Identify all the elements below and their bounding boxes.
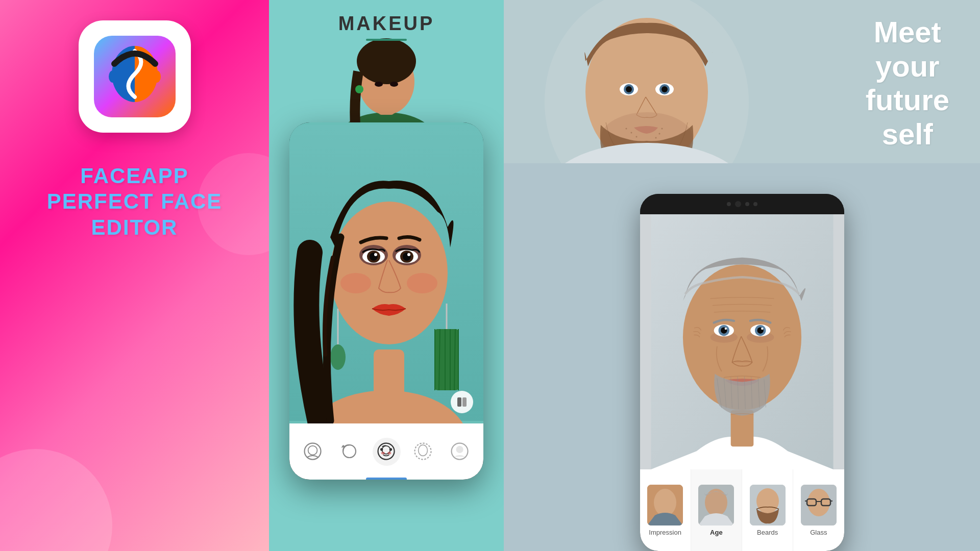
notch-dot-1 [727,202,731,206]
filter-item-age[interactable]: Age [691,469,742,551]
svg-point-78 [724,328,726,330]
svg-point-48 [415,443,431,460]
middle-panel: MAKEUP [269,0,504,551]
left-panel: FACEAPP PERFECT FACE EDITOR [0,0,269,551]
svg-point-20 [330,344,346,370]
svg-point-39 [308,446,317,455]
app-title: FACEAPP PERFECT FACE EDITOR [47,163,223,240]
filter-label-beards: Beards [757,529,778,536]
bottom-icon-outline[interactable] [409,438,437,466]
filter-thumb-beards [750,485,786,525]
bottom-icon-circle[interactable] [446,438,474,466]
svg-point-7 [153,70,161,83]
svg-point-6 [109,70,117,83]
svg-point-12 [357,38,416,84]
right-panel: Meet your future self [504,0,980,551]
svg-point-86 [705,489,727,516]
svg-point-47 [389,448,392,450]
svg-point-26 [374,253,377,256]
svg-point-49 [419,445,428,456]
svg-point-90 [807,489,830,516]
compare-button[interactable] [451,391,473,413]
svg-point-65 [662,128,663,130]
makeup-title: MAKEUP [338,13,435,35]
svg-point-57 [626,86,632,92]
phone-swipe-indicator [366,478,407,480]
filter-bar: Impression Ag [640,469,844,551]
svg-point-51 [456,446,463,453]
makeup-label: MAKEUP [338,0,435,41]
svg-rect-18 [374,349,404,400]
filter-label-age: Age [710,529,723,536]
bottom-icon-rotate[interactable] [336,438,364,466]
right-phone-wrapper: Impression Ag [635,163,849,551]
filter-item-glass[interactable]: Glass [793,469,844,551]
svg-point-67 [655,137,657,139]
svg-point-60 [662,86,668,92]
svg-point-84 [654,489,676,516]
svg-rect-36 [457,397,461,407]
bottom-icon-face[interactable] [299,438,327,466]
phone-mockup [289,122,483,480]
svg-rect-37 [462,397,467,407]
svg-point-62 [626,128,627,130]
svg-point-14 [375,82,383,87]
svg-point-66 [659,133,660,135]
svg-point-33 [407,273,437,293]
svg-point-13 [355,85,363,93]
svg-point-21 [330,202,448,344]
meet-text: Meet your future self [866,15,949,152]
svg-point-46 [380,448,383,450]
phone-bottom-bar [289,423,483,480]
right-phone-mockup: Impression Ag [640,194,844,551]
notch-dot-3 [753,202,757,206]
svg-point-45 [387,452,391,454]
filter-thumb-glass [801,485,837,525]
filter-item-beards[interactable]: Beards [742,469,793,551]
notch-dot-2 [745,202,749,206]
face-container [289,122,483,423]
svg-point-32 [340,273,371,293]
bottom-icon-makeup[interactable] [373,438,401,466]
svg-point-31 [407,253,410,256]
old-man-svg [640,214,844,469]
filter-row: Impression Ag [640,469,844,551]
filter-thumb-age [698,485,734,525]
top-section: Meet your future self [504,0,980,163]
old-man-screen [640,214,844,469]
svg-point-63 [631,132,632,134]
svg-point-15 [390,82,398,87]
svg-rect-71 [730,410,753,446]
filter-label-impression: Impression [649,529,681,536]
phone-notch [640,194,844,214]
svg-point-82 [761,328,763,330]
svg-point-64 [636,136,638,138]
makeup-underline [366,39,407,41]
app-icon [79,20,191,133]
phone-screen [289,122,483,423]
filter-item-impression[interactable]: Impression [640,469,691,551]
filter-label-glass: Glass [810,529,827,536]
svg-point-44 [381,452,385,454]
filter-thumb-impression [647,485,683,525]
notch-dot-camera [735,201,741,207]
svg-point-88 [756,488,779,514]
